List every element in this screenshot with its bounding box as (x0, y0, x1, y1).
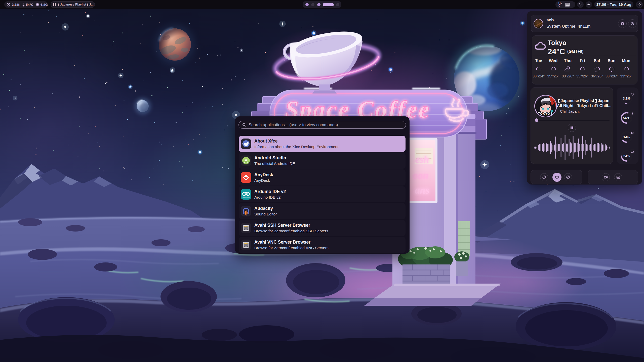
svg-text:oon: oon (413, 170, 428, 181)
svg-text:ans: ans (415, 185, 429, 196)
svg-text:esh: esh (415, 154, 429, 165)
svg-text:ARDUINO: ARDUINO (243, 197, 250, 198)
